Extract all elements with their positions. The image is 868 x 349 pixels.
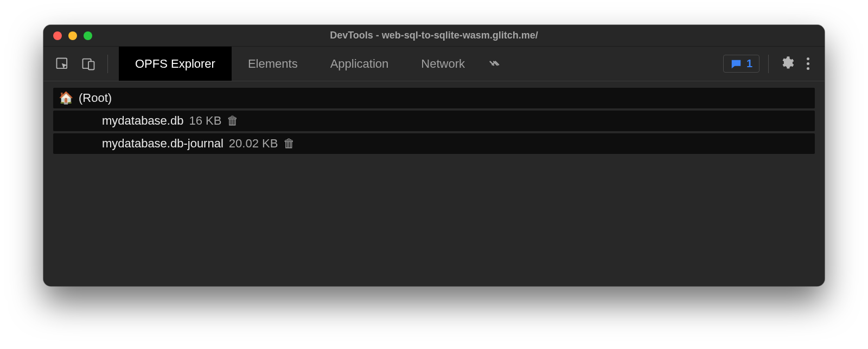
device-toolbar-icon[interactable] [79,55,98,73]
tab-label: OPFS Explorer [135,57,215,71]
file-size: 16 KB [189,114,221,128]
close-window-button[interactable] [53,31,62,40]
maximize-window-button[interactable] [84,31,92,40]
inspect-element-icon[interactable] [53,55,72,73]
tabbar-right-controls: 1 [723,47,825,81]
tree-file-row[interactable]: mydatabase.db-journal 20.02 KB 🗑 [53,133,815,154]
svg-rect-2 [88,61,94,69]
more-options-button[interactable] [801,54,815,73]
tabbar-separator [107,55,108,73]
devtools-tabbar: OPFS Explorer Elements Application Netwo… [43,47,825,81]
file-name: mydatabase.db [102,114,183,128]
issues-badge[interactable]: 1 [723,55,760,73]
more-tabs-button[interactable] [481,47,506,81]
file-name: mydatabase.db-journal [102,137,224,151]
file-size: 20.02 KB [229,137,278,151]
tab-elements[interactable]: Elements [232,47,314,81]
titlebar: DevTools - web-sql-to-sqlite-wasm.glitch… [43,25,825,47]
root-label: (Root) [79,91,112,105]
tabbar-right-separator [768,55,769,73]
window-controls [43,31,92,40]
tab-label: Application [330,57,389,71]
gear-icon [779,55,794,73]
minimize-window-button[interactable] [68,31,77,40]
devtools-window: DevTools - web-sql-to-sqlite-wasm.glitch… [43,25,825,286]
window-title: DevTools - web-sql-to-sqlite-wasm.glitch… [330,30,538,41]
svg-rect-0 [57,58,67,68]
opfs-explorer-pane: 🏠 (Root) mydatabase.db 16 KB 🗑 mydatabas… [43,81,825,286]
trash-icon[interactable]: 🗑 [283,137,295,151]
chat-icon [730,58,742,70]
tab-application[interactable]: Application [314,47,405,81]
tab-network[interactable]: Network [405,47,481,81]
tabbar-left-controls [43,47,119,81]
settings-button[interactable] [777,55,796,73]
home-icon: 🏠 [59,92,73,104]
tree-root-row[interactable]: 🏠 (Root) [53,88,815,108]
issues-count: 1 [746,57,752,70]
tree-file-row[interactable]: mydatabase.db 16 KB 🗑 [53,111,815,131]
tab-opfs-explorer[interactable]: OPFS Explorer [119,47,232,81]
tab-label: Network [421,57,465,71]
tab-label: Elements [248,57,298,71]
trash-icon[interactable]: 🗑 [227,114,239,128]
